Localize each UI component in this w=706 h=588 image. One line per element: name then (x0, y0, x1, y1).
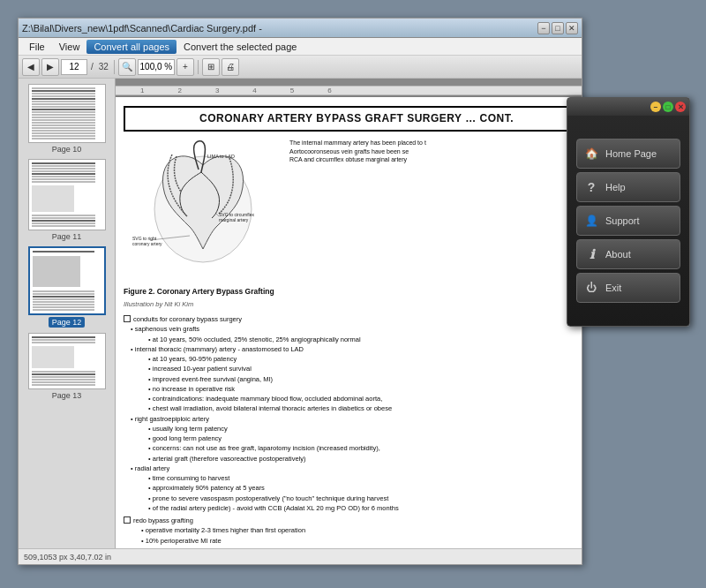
status-text: 509,1053 px 3,40,7.02 in (24, 553, 111, 562)
thumbnail-page-13[interactable] (28, 333, 106, 389)
thumb-line (32, 215, 95, 216)
page-content: CORONARY ARTERY BYPASS GRAFT SURGERY … C… (116, 97, 582, 548)
thumb-line (32, 168, 95, 170)
thumbnail-item[interactable]: Page 10 (22, 84, 111, 154)
thumb-line (32, 225, 95, 227)
bullet-ra-4: • of the radial artery pedicle) - avoid … (148, 503, 582, 513)
thumbnail-item[interactable]: Page 11 (22, 159, 111, 241)
thumbnail-page-10[interactable] (28, 84, 106, 143)
thumb-line (33, 301, 94, 303)
thumbnail-page-12[interactable] (28, 246, 106, 315)
thumb-line (32, 98, 95, 100)
thumb-line (32, 373, 95, 375)
thumb-line (32, 342, 95, 343)
thumb-line (32, 176, 95, 177)
bullet-redo-text: redo bypass grafting (133, 516, 193, 525)
next-page-button[interactable]: ▶ (41, 58, 59, 76)
menu-file[interactable]: File (22, 40, 52, 54)
bullet-ita-3: • improved event-free survival (angina, … (148, 374, 582, 384)
print-button[interactable]: 🖨 (222, 58, 239, 76)
thumb-line (33, 290, 94, 292)
thumb-line (33, 306, 94, 308)
thumb-line (32, 109, 95, 110)
figure-side-text: The internal mammary artery has been pla… (289, 139, 426, 280)
thumbnail-page-11[interactable] (28, 159, 106, 230)
svg-right-label-2: coronary artery (132, 241, 162, 246)
thumb-line (33, 309, 94, 311)
bullet-conduits-text: conduits for coronary bypass surgery (133, 314, 242, 324)
rp-minimize-button[interactable]: − (650, 102, 661, 112)
thumb-heart-image (33, 256, 81, 287)
thumb-line (32, 101, 95, 102)
rp-close-button[interactable]: ✕ (675, 102, 686, 112)
toolbar-separator-2 (198, 60, 199, 74)
thumb-inner (29, 85, 105, 142)
thumbnail-item[interactable]: Page 13 (22, 333, 111, 400)
thumb-line (33, 251, 94, 253)
thumbnail-label-12: Page 12 (49, 317, 86, 328)
ruler-mark-2: 2 (177, 87, 181, 94)
ruler-mark-1: 1 (140, 87, 144, 94)
thumb-inner (30, 248, 104, 313)
bullet-ita-4: • no increase in operative risk (148, 384, 582, 394)
bullet-ita-2: • increased 10-year patient survival (148, 364, 582, 373)
rp-support-button[interactable]: 👤 Support (576, 206, 680, 236)
menu-view[interactable]: View (52, 40, 87, 54)
rp-about-button[interactable]: ℹ About (576, 239, 680, 269)
right-panel: − □ ✕ 🏠 Home Page ? Help 👤 Support ℹ Abo… (567, 97, 690, 327)
support-icon: 👤 (584, 214, 598, 228)
rp-support-label: Support (605, 215, 640, 226)
svg-circumflex-label-2: marginal artery (219, 217, 249, 222)
about-icon: ℹ (584, 247, 598, 261)
rp-maximize-button[interactable]: □ (663, 102, 673, 112)
bullet-redo-2: • 10% perioperative MI rate (141, 536, 582, 546)
thumb-line (32, 384, 95, 386)
menu-convert-selected[interactable]: Convert the selected page (176, 40, 304, 54)
bullet-gastroepiploic: • right gastroepiploic artery • usually … (131, 414, 582, 464)
pdf-content-area: 1 2 3 4 5 6 1 2 3 4 5 6 7 (116, 79, 582, 548)
heart-diagram: LIMA to LAD SVG to circumflex marginal a… (124, 139, 282, 280)
bullet-redo-3: • reoperation undertaken only in symptom… (141, 546, 582, 548)
rp-exit-label: Exit (605, 283, 621, 293)
thumb-line (32, 178, 95, 180)
thumb-line (32, 181, 95, 183)
rp-about-label: About (605, 249, 631, 260)
ruler-mark-5: 5 (290, 87, 294, 94)
zoom-in-button[interactable]: + (176, 58, 194, 76)
toolbar-separator-1 (114, 60, 115, 74)
bullet-redo-1: • operative mortality 2-3 times higher t… (141, 525, 582, 535)
prev-page-button[interactable]: ◀ (22, 58, 40, 76)
page-total: 32 (97, 62, 110, 72)
right-panel-controls: − □ ✕ (650, 102, 686, 112)
thumbnail-label-13: Page 13 (52, 391, 82, 400)
thumb-line (32, 90, 95, 92)
exit-icon: ⏻ (584, 281, 598, 295)
right-panel-title-bar: − □ ✕ (567, 98, 689, 116)
rp-exit-button[interactable]: ⏻ Exit (576, 273, 680, 303)
bullet-conduits: conduits for coronary bypass surgery (124, 314, 582, 324)
thumb-line (32, 376, 95, 378)
thumb-line (32, 379, 95, 381)
thumb-line (32, 371, 95, 373)
thumb-line (32, 95, 95, 97)
zoom-input[interactable] (138, 59, 175, 75)
rp-home-button[interactable]: 🏠 Home Page (576, 139, 680, 169)
rp-help-button[interactable]: ? Help (576, 172, 680, 202)
close-button[interactable]: ✕ (566, 22, 578, 34)
toolbar: ◀ ▶ / 32 🔍 + ⊞ 🖨 (19, 56, 582, 79)
menu-convert-all[interactable]: Convert all pages (86, 40, 176, 54)
bullet-radial: • radial artery • time consuming to harv… (131, 464, 582, 513)
home-icon: 🏠 (584, 147, 598, 161)
bullet-ra-1: • time consuming to harvest (148, 473, 582, 483)
main-area: Page 10 (19, 79, 582, 548)
maximize-button[interactable]: □ (552, 22, 564, 34)
minimize-button[interactable]: − (537, 22, 550, 34)
page-number-input[interactable] (61, 59, 87, 75)
rp-help-label: Help (605, 182, 626, 192)
heart-svg: LIMA to LAD SVG to circumflex marginal a… (124, 139, 282, 280)
thumb-line (32, 222, 95, 224)
thumb-line (32, 119, 95, 121)
thumbnail-item[interactable]: Page 12 (22, 246, 111, 328)
zoom-out-button[interactable]: 🔍 (118, 58, 136, 76)
fit-page-button[interactable]: ⊞ (202, 58, 220, 76)
